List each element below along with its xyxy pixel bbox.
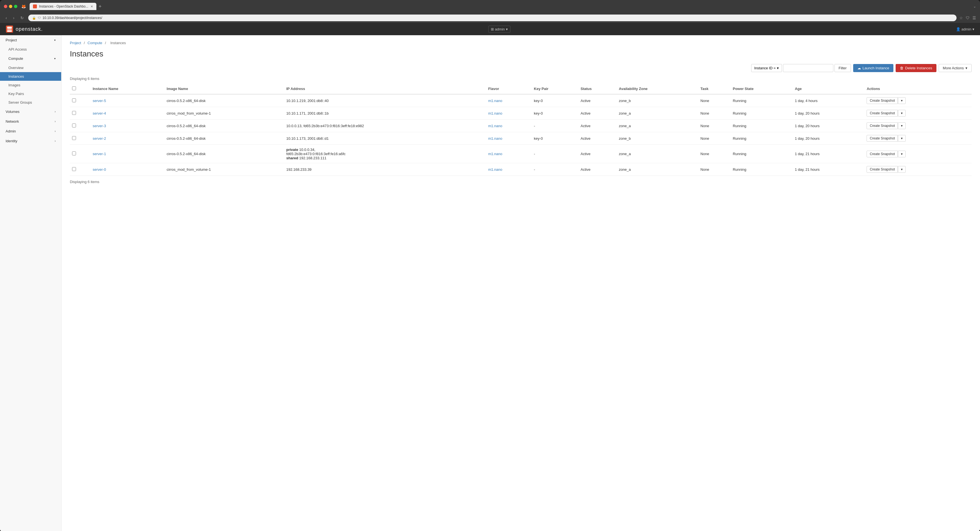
table-header-flavor: Flavor [486,84,531,94]
row-flavor: m1.nano [486,107,531,120]
row-status: Active [578,163,617,176]
project-selector[interactable]: ⊞ admin ▾ [488,26,511,33]
row-checkbox-cell [70,163,91,176]
breadcrumb-compute[interactable]: Compute [88,41,102,45]
create-snapshot-button[interactable]: Create Snapshot [867,166,898,173]
delete-instances-button[interactable]: 🗑 Delete Instances [896,64,936,72]
launch-instance-button[interactable]: ☁ Launch Instance [853,64,893,72]
actions-dropdown-toggle[interactable]: ▾ [898,166,906,173]
filter-button[interactable]: Filter [834,64,851,72]
compute-chevron-icon: ▾ [54,57,56,60]
table-header-instance-name: Instance Name [91,84,165,94]
row-flavor: m1.nano [486,132,531,145]
instance-name-link[interactable]: server-1 [93,152,106,156]
create-snapshot-button[interactable]: Create Snapshot [867,151,898,157]
row-task: None [698,107,730,120]
close-dot[interactable] [4,5,7,8]
row-checkbox[interactable] [72,151,76,155]
row-ip-address: 10.10.1.173, 2001:db8::d1 [284,132,486,145]
row-checkbox[interactable] [72,136,76,140]
new-tab-button[interactable]: + [99,4,102,10]
sidebar-item-api-access[interactable]: API Access [0,45,61,54]
actions-dropdown-toggle[interactable]: ▾ [898,123,906,129]
row-ip-address: 192.168.233.39 [284,163,486,176]
sidebar-item-key-pairs[interactable]: Key Pairs [0,89,61,98]
row-checkbox[interactable] [72,98,76,102]
filter-chevron-icon: ▾ [777,66,779,70]
row-key-pair: key-0 [531,107,578,120]
sidebar-item-project[interactable]: Project ▾ [0,35,61,45]
instance-name-link[interactable]: server-5 [93,99,106,103]
breadcrumb-project[interactable]: Project [70,41,81,45]
browser-window: 🦊 Instances - OpenStack Dashbo... ✕ + ⌄ … [0,0,980,531]
instance-name-link[interactable]: server-0 [93,167,106,172]
row-checkbox-cell [70,94,91,107]
row-checkbox[interactable] [72,111,76,115]
flavor-link[interactable]: m1.nano [488,99,502,103]
row-instance-name: server-4 [91,107,165,120]
app-container: openstack. ⊞ admin ▾ 👤 admin ▾ Project [0,23,980,531]
row-power-state: Running [730,120,792,132]
sidebar-item-server-groups[interactable]: Server Groups [0,98,61,107]
table-header-power-state: Power State [730,84,792,94]
row-key-pair: key-0 [531,94,578,107]
flavor-link[interactable]: m1.nano [488,136,502,140]
instance-name-link[interactable]: server-4 [93,111,106,115]
sidebar-item-admin[interactable]: Admin › [0,126,61,136]
project-chevron-icon: ▾ [506,27,508,31]
bookmark-button[interactable]: ☆ [959,16,963,20]
launch-button-label: Launch Instance [863,66,889,70]
actions-group: Create Snapshot ▾ [867,123,969,129]
row-checkbox[interactable] [72,167,76,171]
instance-name-link[interactable]: server-2 [93,136,106,140]
row-image-name: cirros-0.5.2-x86_64-disk [165,120,284,132]
tab-close-button[interactable]: ✕ [91,5,93,8]
window-controls [4,5,18,8]
filter-group: Instance ID = ▾ Filter [751,64,851,72]
minimize-dot[interactable] [9,5,12,8]
sidebar-item-identity[interactable]: Identity › [0,136,61,146]
create-snapshot-button[interactable]: Create Snapshot [867,110,898,116]
sidebar-item-compute[interactable]: Compute ▾ [0,54,61,64]
row-instance-name: server-1 [91,145,165,163]
address-bar[interactable]: 🔒 🛡 10.10.0.39/dashboard/project/instanc… [28,14,956,21]
flavor-link[interactable]: m1.nano [488,152,502,156]
back-button[interactable]: ‹ [4,15,9,21]
flavor-link[interactable]: m1.nano [488,167,502,172]
menu-button[interactable]: ☰ [972,16,976,20]
filter-input[interactable] [783,64,833,72]
tab-title: Instances - OpenStack Dashbo... [39,5,88,8]
sidebar-project-label: Project [6,38,17,42]
row-checkbox[interactable] [72,124,76,128]
shield-button[interactable]: 🛡 [966,16,970,20]
actions-dropdown-toggle[interactable]: ▾ [898,110,906,116]
forward-button[interactable]: › [11,15,16,21]
project-chevron-icon: ▾ [54,38,56,41]
actions-dropdown-toggle[interactable]: ▾ [898,97,906,104]
maximize-dot[interactable] [14,5,18,8]
create-snapshot-button[interactable]: Create Snapshot [867,97,898,104]
actions-dropdown-toggle[interactable]: ▾ [898,135,906,142]
create-snapshot-button[interactable]: Create Snapshot [867,135,898,142]
actions-dropdown-toggle[interactable]: ▾ [898,151,906,157]
flavor-link[interactable]: m1.nano [488,124,502,128]
row-key-pair: - [531,145,578,163]
sidebar-item-network[interactable]: Network › [0,116,61,126]
instance-name-link[interactable]: server-3 [93,124,106,128]
more-actions-button[interactable]: More Actions ▾ [939,64,972,72]
sidebar-item-instances[interactable]: Instances [0,72,61,81]
user-menu[interactable]: 👤 admin ▾ [956,27,974,31]
select-all-checkbox[interactable] [72,86,76,90]
reload-button[interactable]: ↻ [19,15,25,21]
table-header-age: Age [792,84,864,94]
sidebar-item-volumes[interactable]: Volumes › [0,107,61,116]
filter-select[interactable]: Instance ID = ▾ [751,64,782,72]
row-power-state: Running [730,145,792,163]
sidebar-item-overview[interactable]: Overview [0,64,61,72]
sidebar-item-images[interactable]: Images [0,81,61,89]
logo-text: openstack. [16,26,43,32]
create-snapshot-button[interactable]: Create Snapshot [867,123,898,129]
active-tab[interactable]: Instances - OpenStack Dashbo... ✕ [30,3,96,10]
network-chevron-icon: › [55,120,56,123]
flavor-link[interactable]: m1.nano [488,111,502,115]
